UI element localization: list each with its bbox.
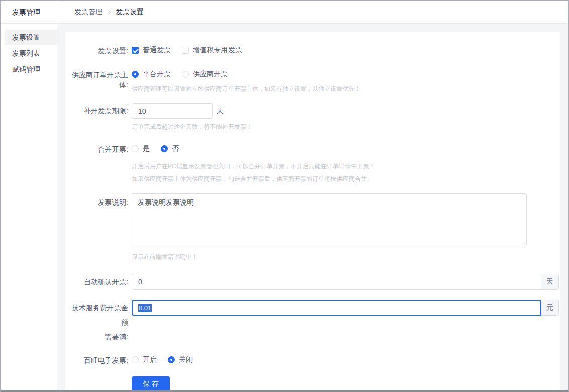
row-auto-confirm: 自动确认开票: 天 [65,274,560,290]
row-invoice-type: 发票设置: 普通发票 增值税专用发票 [65,46,560,56]
main-area: 发票管理 发票设置 发票设置: 普通发票 增值税专用发票 [57,1,568,390]
row-tech-fee: 技术服务费开票金额 需要满: 0.01 元 [65,300,560,344]
row-invoice-note: 发票说明: 发票说明发票说明 显示在前端发票说明中！ [65,193,560,262]
app-window: 发票管理 发票设置 发票列表 赋码管理 发票管理 发票设置 发票设置: [0,0,569,392]
tech-fee-label: 技术服务费开票金额 需要满: [65,300,128,344]
checkbox-ordinary-invoice[interactable]: 普通发票 [132,46,171,55]
supplier-subject-label: 供应商订单开票主体: [65,70,128,90]
radio-platform-invoicing[interactable]: 平台开票 [132,70,171,79]
save-button[interactable]: 保 存 [132,376,170,390]
sidebar-menu: 发票设置 发票列表 赋码管理 [1,24,57,78]
radio-merge-yes[interactable]: 是 [132,144,150,153]
radio-checked-icon[interactable] [132,71,139,78]
radio-label: 供应商开票 [193,70,228,79]
sidebar-item-code-management[interactable]: 赋码管理 [5,62,57,77]
row-reissue-days: 补开发票期限: 天 订单完成后超过这个天数，将不能补开发票！ [65,103,560,132]
invoice-note-help: 显示在前端发票说明中！ [132,253,560,262]
reissue-days-input[interactable] [132,103,213,119]
topbar: 发票管理 发票设置 [57,1,568,24]
checkbox-unchecked-icon[interactable] [182,47,189,54]
chevron-right-icon [107,10,111,14]
invoice-type-group: 普通发票 增值税专用发票 [132,46,560,55]
radio-label: 关闭 [179,355,193,364]
breadcrumb-invoice-settings: 发票设置 [116,8,144,17]
baiwang-group: 开启 关闭 [132,355,560,364]
tech-fee-unit: 元 [541,300,559,316]
reissue-days-help: 订单完成后超过这个天数，将不能补开发票！ [132,123,560,132]
checkbox-vat-special-invoice[interactable]: 增值税专用发票 [182,46,242,55]
radio-unchecked-icon[interactable] [182,71,189,78]
tech-fee-input[interactable]: 0.01 [132,300,541,316]
supplier-subject-help: 供应商管理可以设置独立的供应商订单开票主体，如果有独立设置，以独立设置优先！ [132,85,560,93]
invoice-type-label: 发票设置: [65,46,128,56]
reissue-days-label: 补开发票期限: [65,103,128,119]
auto-confirm-unit: 天 [541,274,559,290]
sidebar-item-invoice-list[interactable]: 发票列表 [5,46,57,61]
radio-checked-icon[interactable] [168,356,175,363]
baiwang-label: 百旺电子发票: [65,355,128,365]
tech-fee-label-line1: 技术服务费开票金额 [72,304,128,326]
row-supplier-subject: 供应商订单开票主体: 平台开票 供应商开票 供应商 [65,70,560,93]
row-save: 保 存 [65,376,560,390]
radio-label: 否 [172,144,179,153]
breadcrumb-invoice-management[interactable]: 发票管理 [74,8,102,17]
radio-unchecked-icon[interactable] [132,145,139,152]
checkbox-label: 普通发票 [143,46,171,55]
row-baiwang: 百旺电子发票: 开启 关闭 [65,355,560,365]
checkbox-checked-icon[interactable] [132,47,139,54]
merge-invoice-help-2: 如果供应商开票主体为供应商开票，勾选合并开票后，供应商开票的订单将按供应商合并。 [132,175,560,183]
content-area: 发票设置: 普通发票 增值税专用发票 供应商订单开票主体: [57,24,568,390]
invoice-note-textarea[interactable]: 发票说明发票说明 [132,193,527,246]
radio-label: 是 [143,144,150,153]
auto-confirm-label: 自动确认开票: [65,274,128,290]
selected-text: 0.01 [138,304,152,312]
radio-merge-no[interactable]: 否 [161,144,179,153]
merge-invoice-help-1: 开启后用户在PC端显示发票管理入口，可以合并订单开票，不开启只能在订单详情中开票… [132,162,560,171]
sidebar: 发票管理 发票设置 发票列表 赋码管理 [1,1,57,390]
supplier-subject-group: 平台开票 供应商开票 [132,70,560,79]
merge-invoice-label: 合并开票: [65,144,128,154]
reissue-days-unit: 天 [217,107,224,116]
radio-supplier-invoicing[interactable]: 供应商开票 [182,70,228,79]
auto-confirm-input[interactable] [132,274,541,290]
radio-checked-icon[interactable] [161,145,168,152]
sidebar-item-invoice-settings[interactable]: 发票设置 [5,30,57,45]
checkbox-label: 增值税专用发票 [193,46,242,55]
radio-baiwang-off[interactable]: 关闭 [168,355,193,364]
settings-card: 发票设置: 普通发票 增值税专用发票 供应商订单开票主体: [65,32,560,390]
radio-unchecked-icon[interactable] [132,356,139,363]
radio-label: 开启 [143,355,157,364]
merge-invoice-group: 是 否 [132,144,560,153]
row-merge-invoice: 合并开票: 是 否 开启后用户在PC端显示发票管理 [65,144,560,183]
radio-baiwang-on[interactable]: 开启 [132,355,157,364]
radio-label: 平台开票 [143,70,171,79]
invoice-note-label: 发票说明: [65,193,128,207]
tech-fee-label-line2: 需要满: [105,333,128,341]
sidebar-title: 发票管理 [1,1,57,24]
